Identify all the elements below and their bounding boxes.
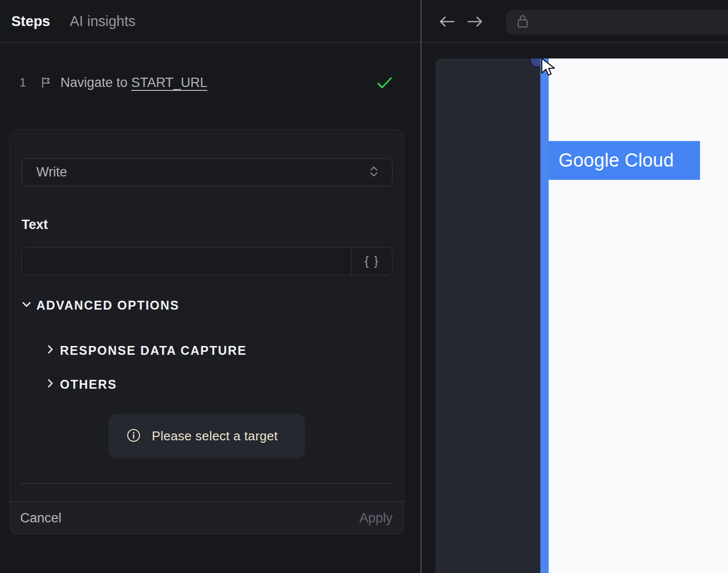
cancel-button[interactable]: Cancel [20,511,61,526]
highlighted-element-label: Google Cloud [559,150,674,171]
apply-button[interactable]: Apply [359,511,392,526]
flag-icon [40,76,53,89]
panel-divider[interactable] [420,0,421,573]
steps-panel: Steps AI insights 1 Navigate to START_UR… [0,0,421,573]
address-bar[interactable] [506,10,728,34]
others-toggle[interactable]: OTHERS [45,377,117,392]
step-number: 1 [20,68,26,97]
mouse-cursor-icon [541,58,560,79]
back-arrow-icon[interactable] [439,15,455,29]
step-title[interactable]: Navigate to START_URL [60,68,207,97]
chevron-right-icon [45,344,56,357]
tab-ai-insights-label: AI insights [70,13,136,29]
unfold-chevrons-icon [368,165,379,180]
browser-preview-panel: Google Cloud [422,0,728,573]
tab-ai-insights[interactable]: AI insights [70,0,136,42]
page-viewport: Google Cloud [422,58,728,573]
step-title-link[interactable]: START_URL [131,75,207,90]
select-target-notice: Please select a target [109,414,305,458]
chevron-down-icon [21,299,32,312]
tab-steps-label: Steps [11,13,50,29]
text-input[interactable] [22,248,352,275]
text-field-label: Text [22,217,48,232]
page-content-area[interactable] [549,58,728,573]
insert-variable-button[interactable]: { } [351,248,392,275]
others-label: OTHERS [60,377,117,392]
advanced-options-label: ADVANCED OPTIONS [36,298,179,313]
select-target-notice-text: Please select a target [152,429,278,444]
step-row[interactable]: 1 Navigate to START_URL [0,68,421,97]
chevron-right-icon [45,378,56,391]
action-type-value: Write [36,165,368,180]
text-input-group: { } [22,247,392,275]
forward-arrow-icon[interactable] [467,15,483,29]
card-footer: Cancel Apply [10,501,404,534]
page-dark-sidebar[interactable] [435,58,540,573]
lock-icon [517,14,529,30]
response-data-capture-toggle[interactable]: RESPONSE DATA CAPTURE [45,343,247,358]
browser-toolbar [422,0,728,43]
braces-icon: { } [364,254,379,268]
action-type-select[interactable]: Write [22,158,392,186]
card-divider [20,483,394,484]
highlight-bar [540,58,549,573]
response-data-capture-label: RESPONSE DATA CAPTURE [60,344,247,358]
step-editor-card: Write Text { } ADVANCED OPTIONS [9,129,404,535]
tab-steps[interactable]: Steps [11,0,50,42]
left-header: Steps AI insights [0,0,421,43]
step-success-check-icon [377,76,392,90]
step-title-prefix: Navigate to [60,75,131,90]
info-icon [127,429,140,444]
highlighted-element[interactable]: Google Cloud [549,141,700,180]
advanced-options-toggle[interactable]: ADVANCED OPTIONS [21,298,179,313]
